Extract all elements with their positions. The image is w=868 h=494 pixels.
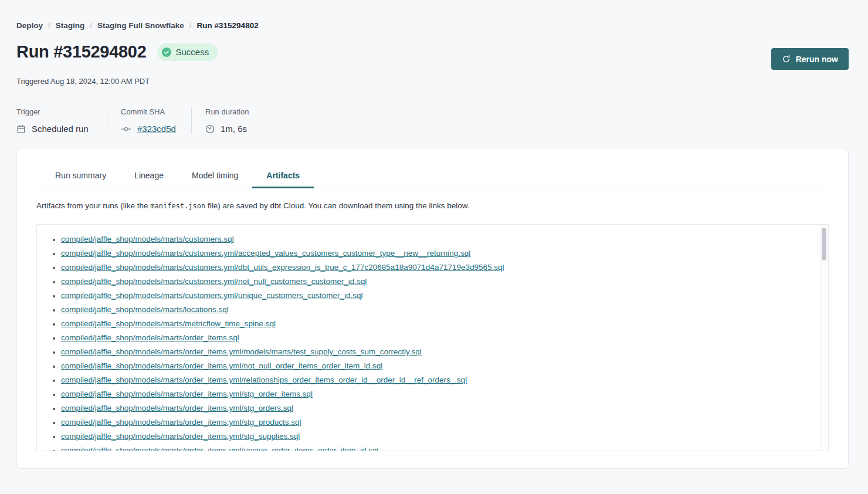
commit-sha-label: Commit SHA	[121, 107, 175, 116]
tab-artifacts[interactable]: Artifacts	[252, 163, 314, 188]
run-duration-label: Run duration	[205, 107, 249, 116]
list-item: compiled/jaffle_shop/models/marts/order_…	[61, 432, 816, 446]
breadcrumb-separator: /	[48, 21, 50, 30]
artifact-file-link[interactable]: compiled/jaffle_shop/models/marts/order_…	[61, 361, 382, 370]
breadcrumb-staging[interactable]: Staging	[56, 21, 85, 30]
list-item: compiled/jaffle_shop/models/marts/order_…	[61, 390, 816, 404]
artifact-file-link[interactable]: compiled/jaffle_shop/models/marts/custom…	[61, 235, 234, 243]
artifact-file-link[interactable]: compiled/jaffle_shop/models/marts/metric…	[61, 319, 276, 328]
tab-run-summary[interactable]: Run summary	[41, 163, 120, 188]
refresh-icon	[782, 55, 791, 63]
list-item: compiled/jaffle_shop/models/marts/order_…	[61, 446, 816, 451]
artifact-file-link[interactable]: compiled/jaffle_shop/models/marts/order_…	[61, 432, 300, 441]
trigger-label: Trigger	[16, 107, 90, 116]
list-item: compiled/jaffle_shop/models/marts/order_…	[61, 333, 816, 347]
artifact-file-link[interactable]: compiled/jaffle_shop/models/marts/custom…	[61, 249, 470, 258]
meta-trigger: Trigger Scheduled run	[16, 107, 107, 134]
rerun-now-label: Rerun now	[796, 55, 838, 64]
tab-model-timing[interactable]: Model timing	[178, 163, 252, 188]
artifact-file-link[interactable]: compiled/jaffle_shop/models/marts/order_…	[61, 333, 239, 342]
trigger-value: Scheduled run	[32, 124, 89, 134]
git-commit-icon	[121, 126, 131, 133]
artifact-file-box: compiled/jaffle_shop/models/marts/custom…	[36, 224, 829, 451]
list-item: compiled/jaffle_shop/models/marts/order_…	[61, 375, 816, 390]
list-item: compiled/jaffle_shop/models/marts/order_…	[61, 361, 816, 375]
triggered-timestamp: Triggered Aug 18, 2024, 12:00 AM PDT	[16, 77, 849, 86]
artifact-file-link[interactable]: compiled/jaffle_shop/models/marts/order_…	[61, 347, 422, 356]
meta-duration: Run duration 1m, 6s	[192, 107, 265, 134]
list-item: compiled/jaffle_shop/models/marts/order_…	[61, 418, 816, 432]
run-meta-row: Trigger Scheduled run Commit SHA #323cd5…	[16, 107, 849, 134]
breadcrumb-staging-full-snowflake[interactable]: Staging Full Snowflake	[97, 21, 184, 30]
breadcrumb: Deploy / Staging / Staging Full Snowflak…	[16, 21, 849, 30]
calendar-icon	[16, 124, 26, 134]
status-badge: Success	[157, 43, 218, 61]
header-row: Run #315294802 Success Rerun now	[16, 42, 849, 70]
list-item: compiled/jaffle_shop/models/marts/metric…	[61, 319, 816, 333]
tab-bar: Run summary Lineage Model timing Artifac…	[41, 163, 829, 188]
run-detail-page: Deploy / Staging / Staging Full Snowflak…	[0, 0, 868, 469]
artifact-file-list: compiled/jaffle_shop/models/marts/custom…	[37, 225, 828, 451]
artifact-file-link[interactable]: compiled/jaffle_shop/models/marts/order_…	[61, 446, 379, 451]
status-badge-label: Success	[176, 47, 209, 57]
artifact-file-link[interactable]: compiled/jaffle_shop/models/marts/locati…	[61, 305, 229, 314]
breadcrumb-separator: /	[189, 21, 192, 30]
artifact-file-link[interactable]: compiled/jaffle_shop/models/marts/order_…	[61, 375, 467, 384]
manifest-json-code: manifest.json	[150, 202, 205, 210]
run-duration-value: 1m, 6s	[221, 124, 247, 134]
list-item: compiled/jaffle_shop/models/marts/order_…	[61, 347, 816, 361]
list-item: compiled/jaffle_shop/models/marts/custom…	[61, 277, 816, 291]
list-item: compiled/jaffle_shop/models/marts/custom…	[61, 235, 816, 249]
page-title: Run #315294802	[16, 42, 147, 62]
artifact-file-link[interactable]: compiled/jaffle_shop/models/marts/order_…	[61, 390, 313, 398]
clock-icon	[205, 124, 215, 134]
list-item: compiled/jaffle_shop/models/marts/custom…	[61, 263, 816, 277]
breadcrumb-separator: /	[90, 21, 92, 30]
artifact-file-link[interactable]: compiled/jaffle_shop/models/marts/custom…	[61, 277, 367, 286]
list-item: compiled/jaffle_shop/models/marts/order_…	[61, 404, 816, 418]
tab-lineage[interactable]: Lineage	[120, 163, 178, 188]
file-list-scrollbar-thumb[interactable]	[822, 228, 826, 260]
artifact-file-link[interactable]: compiled/jaffle_shop/models/marts/order_…	[61, 404, 293, 412]
list-item: compiled/jaffle_shop/models/marts/custom…	[61, 291, 816, 305]
tabs-row: Run summary Lineage Model timing Artifac…	[36, 163, 829, 188]
artifact-file-link[interactable]: compiled/jaffle_shop/models/marts/custom…	[61, 291, 362, 300]
list-item: compiled/jaffle_shop/models/marts/custom…	[61, 249, 816, 263]
breadcrumb-deploy[interactable]: Deploy	[16, 21, 43, 30]
commit-sha-link[interactable]: #323cd5d	[137, 124, 176, 134]
artifacts-description-prefix: Artifacts from your runs (like the	[36, 201, 150, 210]
breadcrumb-current-run: Run #315294802	[197, 21, 259, 30]
list-item: compiled/jaffle_shop/models/marts/locati…	[61, 305, 816, 319]
success-check-icon	[162, 48, 171, 57]
artifact-file-link[interactable]: compiled/jaffle_shop/models/marts/order_…	[61, 418, 301, 427]
rerun-now-button[interactable]: Rerun now	[771, 48, 849, 70]
run-detail-card: Run summary Lineage Model timing Artifac…	[16, 148, 849, 469]
artifact-file-link[interactable]: compiled/jaffle_shop/models/marts/custom…	[61, 263, 504, 272]
file-list-scrollbar-track[interactable]	[820, 225, 828, 451]
artifacts-description-suffix: file) are saved by dbt Cloud. You can do…	[205, 201, 469, 210]
artifacts-description: Artifacts from your runs (like the manif…	[36, 201, 829, 210]
meta-commit: Commit SHA #323cd5d	[107, 107, 192, 134]
